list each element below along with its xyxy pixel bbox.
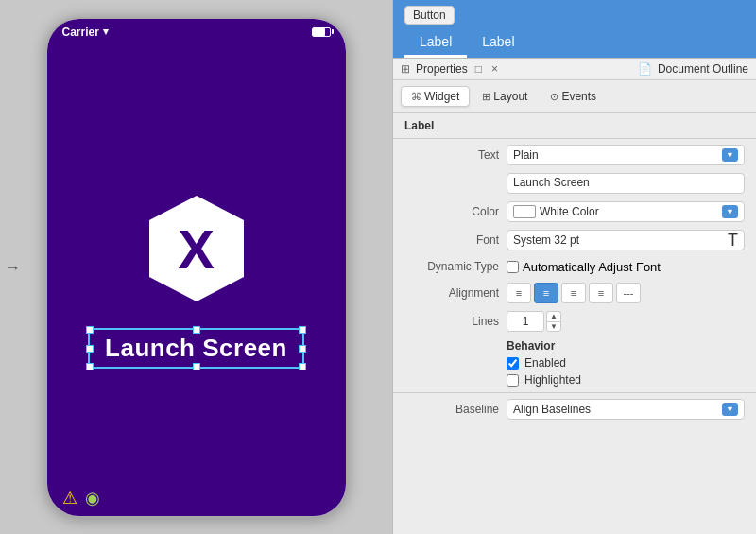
top-row: Button	[404, 6, 745, 25]
dynamic-type-control: Automatically Adjust Font	[507, 260, 745, 274]
align-right-btn[interactable]: ≡	[561, 283, 586, 303]
check-icon: ◉	[85, 488, 100, 508]
phone-statusbar: Carrier ▾	[47, 19, 346, 45]
status-right	[312, 27, 331, 37]
arrow-right-icon: →	[4, 257, 21, 277]
warning-icon: ⚠	[62, 488, 77, 508]
baseline-label: Baseline	[404, 403, 499, 416]
enabled-row: Enabled	[393, 354, 756, 371]
text-label: Text	[404, 148, 499, 162]
simulator-container: → Carrier ▾ X	[0, 0, 392, 534]
color-label: Color	[404, 205, 499, 218]
align-left-btn[interactable]: ≡	[507, 283, 531, 303]
font-dropdown[interactable]: System 32 pt T	[507, 230, 745, 250]
hexagon-container: X	[140, 192, 253, 305]
label-tabs: Label Label	[404, 30, 745, 58]
baseline-dropdown[interactable]: Align Baselines ▼	[507, 399, 745, 420]
dynamic-type-row: Dynamic Type Automatically Adjust Font	[393, 254, 756, 279]
dynamic-type-value: Automatically Adjust Font	[523, 260, 661, 274]
lines-row: Lines 1 ▲ ▼	[393, 307, 756, 336]
lines-stepper: 1 ▲ ▼	[507, 311, 561, 332]
highlighted-row: Highlighted	[393, 371, 756, 388]
align-center-btn[interactable]: ≡	[534, 283, 558, 303]
behavior-label: Behavior	[393, 336, 756, 354]
widget-tab-icon: ⌘	[411, 91, 421, 103]
right-panel: Button Label Label ⊞ Properties □ × 📄 Do…	[392, 0, 756, 534]
button-item[interactable]: Button	[404, 6, 455, 25]
battery-icon	[312, 27, 331, 37]
enabled-checkbox[interactable]	[507, 357, 519, 370]
events-tab-label: Events	[561, 90, 596, 103]
alignment-control: ≡ ≡ ≡ ≡ ---	[507, 283, 745, 303]
text-type-arrow: ▼	[722, 148, 738, 162]
color-row: Color White Color ▼	[393, 198, 756, 226]
section-label: Label	[393, 113, 756, 136]
handle-tm	[193, 326, 200, 334]
alignment-row: Alignment ≡ ≡ ≡ ≡ ---	[393, 279, 756, 307]
panel-header-right: 📄 Document Outline	[638, 62, 748, 76]
carrier-label: Carrier	[62, 26, 99, 39]
events-tab-icon: ⊙	[550, 91, 558, 103]
baseline-value: Align Baselines	[513, 403, 591, 416]
text-type-dropdown[interactable]: Plain ▼	[507, 145, 745, 165]
lines-input[interactable]: 1	[507, 311, 544, 332]
selected-label[interactable]: Launch Screen	[88, 328, 304, 369]
handle-tl	[86, 326, 94, 334]
doc-outline-label: Document Outline	[658, 62, 748, 76]
properties-icon: ⊞	[401, 62, 410, 76]
baseline-area: Baseline Align Baselines ▼	[393, 395, 756, 423]
alignment-label: Alignment	[404, 286, 499, 300]
lines-control: 1 ▲ ▼	[507, 311, 745, 332]
alignment-group: ≡ ≡ ≡ ≡ ---	[507, 283, 641, 303]
layout-tab-label: Layout	[493, 90, 527, 103]
align-natural-btn[interactable]: ---	[616, 283, 641, 303]
status-left: Carrier ▾	[62, 26, 109, 39]
handle-br	[299, 363, 306, 370]
stepper-down[interactable]: ▼	[546, 321, 561, 332]
tab-widget[interactable]: ⌘ Widget	[401, 86, 470, 107]
baseline-arrow: ▼	[722, 403, 738, 416]
font-row: Font System 32 pt T	[393, 226, 756, 254]
phone-bottom-bar: ⚠ ◉	[62, 488, 100, 508]
color-swatch	[513, 205, 536, 218]
highlighted-checkbox[interactable]	[507, 374, 519, 387]
color-value: White Color	[540, 205, 599, 218]
handle-bl	[86, 363, 94, 370]
stepper-up[interactable]: ▲	[546, 311, 561, 321]
minimize-button[interactable]: □	[473, 62, 484, 76]
align-justify-btn[interactable]: ≡	[589, 283, 613, 303]
color-dropdown[interactable]: White Color ▼	[507, 201, 745, 222]
doc-outline-icon: 📄	[638, 62, 652, 76]
stepper-buttons: ▲ ▼	[546, 311, 561, 332]
font-label: Font	[404, 233, 499, 247]
properties-title: Properties	[416, 62, 468, 76]
tab-events[interactable]: ⊙ Events	[540, 86, 607, 107]
layout-tab-icon: ⊞	[482, 91, 490, 103]
color-dropdown-arrow: ▼	[722, 205, 738, 218]
widget-tab-label: Widget	[424, 90, 459, 103]
divider-2	[393, 392, 756, 393]
close-button[interactable]: ×	[490, 62, 500, 76]
tab-layout[interactable]: ⊞ Layout	[472, 86, 538, 107]
text-value-control: Launch Screen	[507, 173, 745, 194]
widget-tabs: ⌘ Widget ⊞ Layout ⊙ Events	[393, 80, 756, 113]
label-tab-1[interactable]: Label	[404, 30, 467, 58]
phone-frame: Carrier ▾ X	[45, 17, 348, 518]
panel-header-left: ⊞ Properties □ ×	[401, 62, 500, 76]
lines-label: Lines	[404, 315, 499, 328]
properties-area: Label Text Plain ▼ Launch Screen Color	[393, 113, 756, 534]
text-row: Text Plain ▼	[393, 141, 756, 169]
handle-tr	[299, 326, 306, 334]
label-tab-2[interactable]: Label	[467, 30, 529, 58]
dynamic-type-label: Dynamic Type	[404, 260, 499, 273]
hexagon-logo: X	[140, 192, 253, 305]
font-t-icon: T	[728, 232, 738, 249]
text-control: Plain ▼	[507, 145, 745, 165]
handle-ml	[86, 345, 94, 353]
dynamic-type-checkbox[interactable]	[507, 261, 519, 273]
phone-content: X Launch Screen ⚠ ◉	[47, 45, 346, 516]
font-value: System 32 pt	[513, 233, 579, 247]
text-value-input[interactable]: Launch Screen	[507, 173, 745, 194]
text-type-value: Plain	[513, 148, 539, 162]
text-value-row: Launch Screen	[393, 169, 756, 198]
